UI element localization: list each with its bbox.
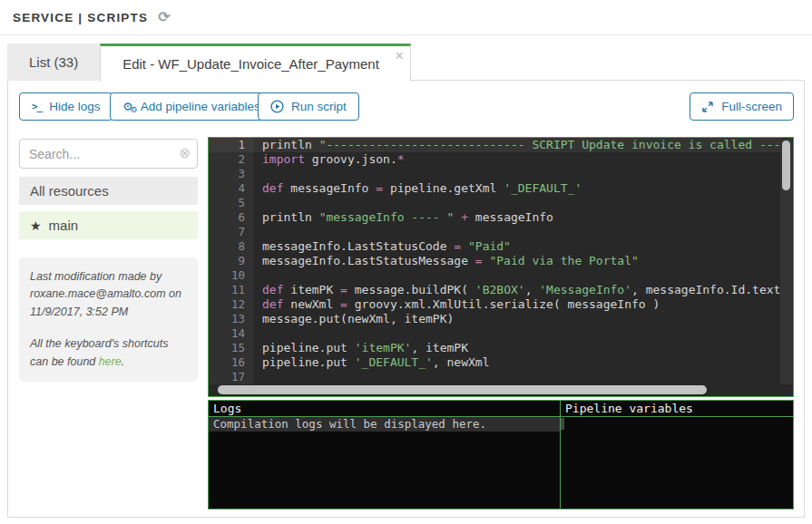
- vertical-scrollbar-thumb[interactable]: [782, 141, 790, 190]
- last-modification-text: Last modification made by roxane.mace@am…: [30, 268, 187, 321]
- close-tab-icon[interactable]: ×: [395, 48, 403, 64]
- console-cursor: [561, 418, 564, 430]
- resources-sidebar: ⊗ All resources ★ main Last modification…: [19, 139, 198, 382]
- add-pipeline-variables-button[interactable]: ⚙⚙ Add pipeline variables: [110, 92, 273, 121]
- run-script-label: Run script: [291, 100, 347, 113]
- refresh-icon[interactable]: ⟳: [158, 10, 170, 24]
- code-line[interactable]: 4def messageInfo = pipeline.getXml '_DEF…: [209, 181, 780, 196]
- line-number: 8: [209, 239, 254, 254]
- pipeline-variables-panel: Pipeline variables: [560, 400, 794, 509]
- play-circle-icon: [270, 100, 284, 113]
- search-input[interactable]: [19, 139, 198, 169]
- line-number: 7: [209, 225, 254, 239]
- line-number: 14: [209, 326, 254, 341]
- sidebar-item-main-label: main: [49, 218, 79, 233]
- logs-message: Compilation logs will be displayed here.: [209, 417, 560, 432]
- last-modification-info: Last modification made by roxane.mace@am…: [19, 257, 198, 382]
- gears-icon: ⚙⚙: [122, 101, 133, 112]
- content-panel: >_ Hide logs ⚙⚙ Add pipeline variables R…: [7, 80, 805, 518]
- code-line[interactable]: 1println "---------------------------- S…: [209, 138, 780, 152]
- line-number: 6: [209, 210, 254, 225]
- code-line[interactable]: 14: [209, 326, 780, 341]
- horizontal-scrollbar-thumb[interactable]: [218, 385, 707, 394]
- run-script-button[interactable]: Run script: [258, 92, 359, 121]
- page-title: SERVICE | SCRIPTS: [13, 11, 148, 24]
- line-number: 3: [209, 167, 254, 181]
- add-pipeline-variables-label: Add pipeline variables: [141, 100, 260, 113]
- code-line[interactable]: 9messageInfo.LastStatusMessage = "Paid v…: [209, 254, 780, 268]
- expand-icon: [701, 101, 714, 113]
- line-number: 4: [209, 181, 254, 196]
- code-line[interactable]: 2import groovy.json.*: [209, 152, 780, 167]
- logs-panel: Logs Compilation logs will be displayed …: [208, 400, 561, 509]
- clear-search-icon[interactable]: ⊗: [179, 146, 191, 160]
- horizontal-scrollbar[interactable]: [210, 384, 792, 395]
- code-line[interactable]: 7: [209, 225, 780, 239]
- code-line[interactable]: 15pipeline.put 'itemPK', itemPK: [209, 341, 780, 355]
- code-line[interactable]: 12def newXml = groovy.xml.XmlUtil.serial…: [209, 297, 780, 312]
- line-number: 11: [209, 283, 254, 297]
- line-number: 13: [209, 312, 254, 326]
- code-line[interactable]: 3: [209, 167, 780, 181]
- line-number: 16: [209, 355, 254, 370]
- terminal-icon: >_: [32, 101, 42, 112]
- code-line[interactable]: 10: [209, 268, 780, 283]
- shortcuts-link[interactable]: here: [99, 355, 122, 368]
- line-number: 5: [209, 196, 254, 210]
- sidebar-item-main[interactable]: ★ main: [19, 211, 198, 239]
- tab-edit-label: Edit - WF_Update_Invoice_After_Payment: [122, 56, 379, 72]
- search-box: ⊗: [19, 139, 198, 169]
- app-window: SERVICE | SCRIPTS ⟳ List (33) Edit - WF_…: [0, 0, 812, 524]
- code-editor[interactable]: 1println "---------------------------- S…: [208, 137, 794, 397]
- code-line[interactable]: 11def itemPK = message.buildPK( 'B2BOX',…: [209, 283, 780, 297]
- code-line[interactable]: 16pipeline.put '_DEFAULT_', newXml: [209, 355, 780, 370]
- top-header: SERVICE | SCRIPTS ⟳: [0, 0, 812, 35]
- logs-panel-title: Logs: [209, 401, 560, 417]
- pipeline-variables-empty-row: [561, 417, 793, 432]
- code-line[interactable]: 17: [209, 370, 780, 384]
- line-number: 2: [209, 152, 254, 167]
- vertical-scrollbar[interactable]: [780, 139, 792, 384]
- code-line[interactable]: 5: [209, 196, 780, 210]
- full-screen-button[interactable]: Full-screen: [690, 92, 794, 121]
- code-line[interactable]: 6println "messageInfo ---- " + messageIn…: [209, 210, 780, 225]
- code-line[interactable]: 8messageInfo.LastStatusCode = "Paid": [209, 239, 780, 254]
- line-number: 9: [209, 254, 254, 268]
- code-lines: 1println "---------------------------- S…: [209, 138, 780, 384]
- pipeline-variables-title: Pipeline variables: [561, 401, 793, 417]
- bottom-panels: Logs Compilation logs will be displayed …: [208, 400, 794, 509]
- star-icon: ★: [30, 218, 42, 233]
- line-number: 12: [209, 297, 254, 312]
- sidebar-item-all-resources[interactable]: All resources: [19, 177, 198, 205]
- tab-edit-script[interactable]: Edit - WF_Update_Invoice_After_Payment ×: [100, 44, 411, 82]
- code-line[interactable]: 13message.put(newXml, itemPK): [209, 312, 780, 326]
- line-number: 17: [209, 370, 254, 384]
- tab-list[interactable]: List (33): [7, 44, 100, 81]
- line-number: 1: [209, 138, 254, 152]
- line-number: 15: [209, 341, 254, 355]
- hide-logs-button[interactable]: >_ Hide logs: [19, 92, 113, 121]
- hide-logs-label: Hide logs: [49, 100, 100, 113]
- line-number: 10: [209, 268, 254, 283]
- shortcuts-text: All the keyboard's shortcuts can be foun…: [30, 335, 187, 371]
- tab-bar: List (33) Edit - WF_Update_Invoice_After…: [7, 44, 411, 81]
- full-screen-label: Full-screen: [721, 100, 782, 113]
